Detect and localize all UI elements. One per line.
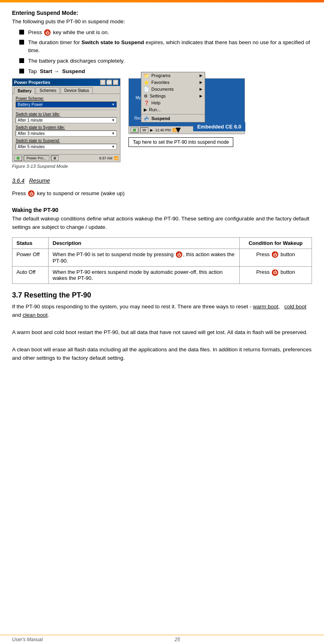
start-menu-popup: 📁 Programs▶ ⭐ Favorites▶ 📄 Documents▶ ⚙ … [141,72,205,122]
footer: User's Manual 25 [0,635,324,644]
power-key-cond1: ⏻ [272,251,278,258]
entering-suspend-intro: The following puts the PT-90 in suspend … [12,18,312,26]
menu-programs[interactable]: 📁 Programs▶ [141,72,205,79]
suspend-bullets: Press ⏻ key while the unit is on. The du… [19,29,312,65]
programs-icon: 📁 [144,73,149,78]
win-tab-schemes[interactable]: Schemes [36,87,60,94]
settings-icon: ⚙ [144,94,148,99]
desktop-taskbar-arrow: ▶ [150,128,153,132]
power-key-cond2: ⏻ [272,269,278,276]
win-ok-button[interactable]: OK [106,79,112,85]
desktop-taskbar-word: W [140,127,149,133]
figures-row: Power Properties ? OK ✕ Battery Schemes … [12,78,312,169]
table-row-auto-off: Auto Off When the PT-90 enters suspend m… [12,267,312,284]
warmboot-link[interactable]: warm boot [253,304,278,310]
bullet-item-1: Press ⏻ key while the unit is on. [19,29,312,37]
callout-text: Tap here to set the PT-90 into suspend m… [133,139,229,145]
figure-caption: Figure 3-13 Suspend Mode [12,164,120,169]
section-37-title: 3.7 Resetting the PT-90 [12,291,312,300]
suspend-row: Switch state to Suspend: After 5 minutes… [16,139,117,150]
win-body: Power Scheme: Battery Power ▼ Switch sta… [12,94,120,154]
win-help-button[interactable]: ? [100,79,106,85]
run-icon: ▶ [144,107,147,112]
menu-documents[interactable]: 📄 Documents▶ [141,86,205,93]
favorites-icon: ⭐ [144,80,149,85]
menu-help[interactable]: ❓ Help [141,100,205,106]
suspend-label: Switch state to Suspend: [16,139,117,143]
td-desc-auto-off: When the PT-90 enters suspend mode by au… [49,267,240,284]
bullet-item-2: The duration timer for Switch state to S… [19,39,312,55]
section-37: 3.7 Resetting the PT-90 If the PT-90 sto… [12,291,312,363]
win-taskbar-time: 9:37 AM [99,156,112,160]
th-description: Description [49,237,240,249]
suspend-select[interactable]: After 5 minutes ▼ [16,144,117,150]
td-cond-auto-off: Press ⏻ button [240,267,312,284]
callout-box: Tap here to set the PT-90 into suspend m… [128,137,233,147]
sys-idle-label: Switch state to System Idle: [16,125,117,130]
user-idle-select[interactable]: After 1 minute ▼ [16,117,117,123]
power-scheme-select[interactable]: Battery Power ▼ [16,102,117,108]
power-key-resume: ⏻ [28,190,35,197]
user-idle-row: Switch state to User Idle: After 1 minut… [16,112,117,123]
win-start-button[interactable]: ⊞ [14,155,22,161]
win-buttons: ? OK ✕ [100,79,118,85]
entering-suspend-title: Entering Suspend Mode: [12,10,312,16]
footer-left: User's Manual [12,637,43,642]
bullet-square-1 [19,30,24,35]
bullet1-text: Press ⏻ key while the unit is on. [28,29,109,37]
coldboot-link[interactable]: cold boot [284,304,306,310]
figure-right: 📱 My Device ♻ Recycle Bin 📁 Programs▶ [128,78,245,147]
win-taskbar-icon3: 📶 [114,156,118,160]
menu-settings[interactable]: ⚙ Settings▶ [141,93,205,100]
win-taskbar-app: Power Pro... [24,155,49,161]
power-scheme-row: Power Scheme: Battery Power ▼ [16,96,117,108]
menu-suspend[interactable]: 💤 Suspend [141,115,205,122]
menu-separator [141,114,205,114]
win-titlebar: Power Properties ? OK ✕ [12,79,120,86]
win-title-text: Power Properties [14,80,50,85]
figure-left: Power Properties ? OK ✕ Battery Schemes … [12,78,120,169]
bullet-square-3 [19,58,24,63]
desktop-mockup: 📱 My Device ♻ Recycle Bin 📁 Programs▶ [128,78,245,134]
th-status: Status [12,237,49,249]
win-tab-battery[interactable]: Battery [14,88,35,94]
section-364: 3.6.4 Resume [12,177,312,185]
menu-run[interactable]: ▶ Run... [141,106,205,113]
s37-p3: A clean boot will erase all flash data i… [12,346,312,363]
waking-para: The default wakeup conditions define wha… [12,215,312,232]
bullet2-text: The duration timer for Switch state to S… [28,39,312,55]
win-tab-device-status[interactable]: Device Status [61,87,93,94]
tap-start-text: Tap Start → Suspend [28,68,85,74]
win-close-button[interactable]: ✕ [113,79,118,85]
desktop-start-button[interactable]: ⊞ [130,127,139,133]
section-364-title: Resume [29,177,50,184]
power-scheme-label: Power Scheme: [16,96,117,101]
sys-idle-select[interactable]: After 3 minutes ▼ [16,130,117,137]
td-status-power-off: Power Off [12,249,49,267]
table-row-power-off: Power Off When the PT-90 is set to suspe… [12,249,312,267]
section-364-num: 3.6.4 [12,177,24,184]
bullet3-text: The battery pack discharges completely. [28,57,125,65]
cleanboot-link[interactable]: clean boot [22,312,47,318]
suspend-arrow-pointer: ▲ [174,125,183,136]
embedded-badge: Embedded CE 6.0 [193,122,245,131]
sys-idle-row: Switch state to System Idle: After 3 min… [16,125,117,137]
documents-icon: 📄 [144,87,149,92]
wakeup-table: Status Description Condition for Wakeup … [12,237,312,284]
s37-p1: If the PT-90 stops responding to the sys… [12,303,312,320]
win-taskbar: ⊞ Power Pro... 🖥 9:37 AM 📶 [12,154,120,162]
bullet-square-2 [19,40,24,45]
user-idle-label: Switch state to User Idle: [16,112,117,116]
td-status-auto-off: Auto Off [12,267,49,284]
power-key-icon: ⏻ [44,29,51,36]
waking-title: Waking the PT-90 [12,207,312,213]
s37-p2: A warm boot and cold boot restart the PT… [12,328,312,337]
menu-favorites[interactable]: ⭐ Favorites▶ [141,79,205,86]
footer-page-number: 25 [175,637,180,642]
win-taskbar-icon2: 🖥 [51,155,59,161]
power-key-table1: ⏻ [176,251,182,258]
bullet-square-4 [19,69,24,73]
td-desc-power-off: When the PT-90 is set to suspend mode by… [49,249,240,267]
td-cond-power-off: Press ⏻ button [240,249,312,267]
resume-paragraph: Press ⏻ key to suspend or resume (wake u… [12,190,312,198]
